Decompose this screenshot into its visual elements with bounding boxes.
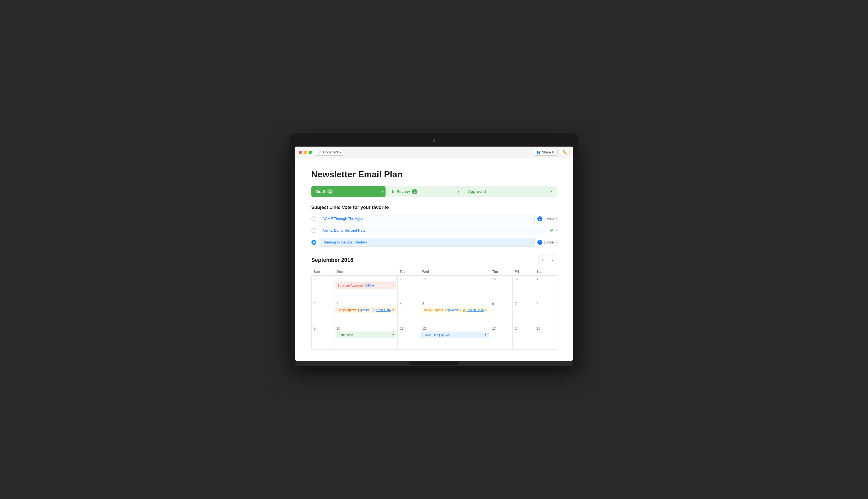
day-number-7: 7: [514, 301, 533, 306]
col-wed: Wed: [420, 268, 490, 276]
event-structure-approval[interactable]: Structure Approval | @Kyle ▾: [336, 282, 396, 289]
day-8: 8: [534, 300, 557, 325]
calendar-grid: Sun Mon Tue Wed Thu Fri Sat: [311, 268, 557, 350]
laptop-stand: [409, 362, 459, 365]
vote-count-2: ⊕ ▾: [550, 228, 557, 234]
document-label: Document: [323, 150, 338, 154]
event-copy-chevron-icon: ▾: [393, 308, 394, 312]
section-title: Subject Line: Vote for your favorite: [311, 205, 557, 210]
event-image-approval[interactable]: Image Approval | @Camila | 🔒 Design Spec…: [421, 307, 489, 313]
stage-draft[interactable]: Draft 1 ▾: [311, 186, 388, 197]
day-number-27: 27: [336, 277, 396, 282]
event-final-due-text: FINAL Due | @Kyle: [423, 333, 484, 337]
document-chevron-icon: ▾: [339, 150, 341, 154]
day-27: 27 Structure Approval | @Kyle ▾ ⌟: [334, 276, 397, 300]
vote-text-2[interactable]: Anvils, Dynamite, and Nets: [319, 226, 547, 235]
minimize-btn[interactable]: [304, 151, 307, 154]
day-5: 5 Image Approval | @Camila | 🔒 Design Sp…: [420, 300, 490, 325]
radio-option-1[interactable]: [311, 216, 316, 221]
col-mon: Mon: [334, 268, 397, 276]
vote-chevron-1-icon[interactable]: ▾: [555, 217, 557, 220]
share-count: 6: [552, 150, 554, 154]
event-copy-approval[interactable]: Copy Approval | @Mari | 📄 Email Copy ▾: [336, 307, 396, 313]
event-final-chevron-icon: ▾: [485, 333, 486, 337]
col-fri: Fri: [513, 268, 534, 276]
calendar-next-button[interactable]: ›: [548, 256, 557, 264]
vote-chevron-3-icon[interactable]: ▾: [555, 241, 557, 244]
edit-button[interactable]: ✏️: [560, 149, 569, 156]
calendar-title: September 2018: [311, 257, 353, 263]
calendar-nav: ‹ ›: [538, 256, 557, 264]
share-icon: 👥: [537, 150, 541, 154]
vote-text-1[interactable]: ACME Through The Ages: [319, 214, 535, 223]
stages-bar: Draft 1 ▾ In Review 2 ▾ Approved ▾: [311, 186, 557, 197]
day-number-5: 5: [421, 301, 489, 306]
stage-draft-chevron-icon: ▾: [382, 190, 383, 193]
day-number-12: 12: [421, 326, 489, 331]
day-number-1: 1: [535, 277, 555, 282]
document-button[interactable]: 📄 Document ▾: [315, 149, 344, 156]
day-30: 30: [490, 276, 513, 300]
radio-inner-3: [313, 242, 315, 243]
stage-review[interactable]: In Review 2 ▾: [386, 186, 464, 197]
vote-text-label-2: Anvils, Dynamite, and Nets: [323, 228, 365, 232]
day-14: 14: [513, 325, 534, 350]
document-icon: 📄: [318, 150, 322, 154]
col-sun: Sun: [311, 268, 334, 276]
calendar-prev-button[interactable]: ‹: [538, 256, 547, 264]
col-tue: Tue: [397, 268, 420, 276]
day-number-6: 6: [491, 301, 511, 306]
camera-dot: [433, 139, 435, 142]
vote-option-1: ACME Through The Ages 2 1 vote ▾: [311, 214, 557, 223]
vote-text-label-1: ACME Through The Ages: [323, 217, 363, 221]
event-buffer-time[interactable]: Buffer Time ▾: [336, 331, 396, 338]
day-10: 10 Buffer Time ▾: [334, 325, 397, 350]
vote-badge-1: 2: [538, 216, 542, 221]
event-buffer-chevron-icon: ▾: [393, 333, 394, 337]
vote-text-3[interactable]: Running to the 21st Century: [319, 238, 535, 247]
day-number-31: 31: [514, 277, 533, 282]
day-number-3: 3: [336, 301, 396, 306]
day-3: 3 Copy Approval | @Mari | 📄 Email Copy ▾…: [334, 300, 397, 325]
day-number-30: 30: [491, 277, 511, 282]
titlebar: 📄 Document ▾ 👥 Share 6 ✏️: [295, 147, 574, 158]
calendar-week-3: 9 10 Buffer Time ▾ 11: [311, 325, 557, 350]
event-structure-approval-text: Structure Approval | @Kyle: [338, 284, 391, 287]
day-number-29: 29: [421, 277, 489, 282]
event-image-approval-text: Image Approval | @Camila | 🔒 Design Spec: [423, 308, 484, 312]
radio-option-2[interactable]: [311, 228, 316, 233]
edit-icon: ✏️: [562, 150, 567, 155]
share-button[interactable]: 👥 Share 6: [533, 149, 558, 156]
day-26: 26: [311, 276, 334, 300]
stage-approved-chevron-icon: ▾: [551, 190, 552, 193]
day-31: 31: [513, 276, 534, 300]
vote-count-3: 1 1 vote ▾: [538, 240, 557, 245]
close-btn[interactable]: [299, 151, 302, 154]
share-label: Share: [542, 150, 551, 154]
day-number-4: 4: [399, 301, 419, 306]
event-buffer-time-text: Buffer Time: [338, 333, 391, 337]
maximize-btn[interactable]: [309, 151, 312, 154]
day-29: 29: [420, 276, 490, 300]
day-4: 4: [397, 300, 420, 325]
event-final-due[interactable]: FINAL Due | @Kyle ▾: [421, 331, 489, 338]
col-sat: Sat: [534, 268, 557, 276]
event-image-chevron-icon: ▾: [485, 308, 486, 312]
calendar-week-1: 26 27 Structure Approval | @Kyle ▾ ⌟: [311, 276, 557, 300]
resize-handle-2: ⌟: [336, 314, 396, 316]
day-7: 7: [513, 300, 534, 325]
vote-option-3: Running to the 21st Century 1 1 vote ▾: [311, 238, 557, 247]
day-number-14: 14: [514, 326, 533, 331]
event-copy-approval-text: Copy Approval | @Mari | 📄 Email Copy: [338, 308, 391, 312]
stage-approved-label: Approved: [468, 190, 486, 194]
stage-approved[interactable]: Approved ▾: [461, 186, 557, 197]
day-13: 13: [490, 325, 513, 350]
vote-chevron-2-icon[interactable]: ▾: [555, 229, 557, 232]
radio-option-3[interactable]: [311, 240, 316, 245]
calendar-week-2: 2 3 Copy Approval | @Mari | 📄 Email Copy…: [311, 300, 557, 325]
vote-badge-3: 1: [538, 240, 542, 245]
col-thu: Thu: [490, 268, 513, 276]
day-2: 2: [311, 300, 334, 325]
day-number-13: 13: [491, 326, 511, 331]
vote-add-icon[interactable]: ⊕: [550, 228, 554, 234]
